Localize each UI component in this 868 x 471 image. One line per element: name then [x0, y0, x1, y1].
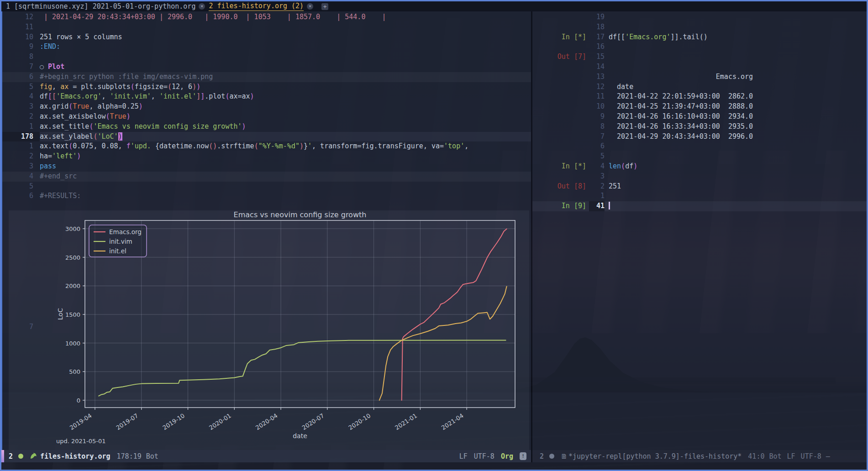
buffer-line[interactable]: 18 — [532, 22, 867, 32]
buffer-name: files-history.org — [40, 452, 110, 461]
tab-org-python[interactable]: 1 [sqrtminusone.xyz] 2021-05-01-org-pyth… — [5, 1, 208, 11]
buffer-line[interactable]: 14 — [532, 62, 867, 72]
buffer-line[interactable]: 16 — [532, 42, 867, 52]
line-number: 13 — [589, 72, 605, 82]
text-cursor — [609, 202, 610, 209]
buffer-line[interactable]: 3pass — [2, 162, 531, 172]
svg-text:date: date — [293, 432, 307, 440]
line-text: 251 — [609, 182, 621, 192]
buffer-line[interactable]: 12 date — [532, 82, 867, 92]
buffer-line[interactable]: 5fig, ax = plt.subplots(figsize=(12, 6)) — [2, 82, 531, 92]
modeline-left[interactable]: 2 files-history.org 178:19 Bot LF UTF-8 … — [1, 450, 531, 462]
line-number: 4 — [2, 92, 40, 102]
buffer-line[interactable]: 4#+end_src — [2, 172, 531, 182]
svg-text:2020-07: 2020-07 — [301, 412, 326, 431]
buffer-line[interactable]: 7○ Plot — [2, 62, 531, 72]
repl-prompt-margin — [532, 72, 589, 82]
notifications-icon[interactable]: ! — [520, 452, 526, 460]
line-number: 41 — [589, 201, 605, 211]
buffer-line[interactable]: 1 — [532, 191, 867, 201]
buffer-line[interactable]: In [9]41 — [532, 201, 867, 211]
modeline-right[interactable]: 2 🗎 *jupyter-repl[python 3.7.9]-files-hi… — [532, 450, 867, 462]
line-number: 14 — [589, 62, 605, 72]
repl-buffer-area[interactable]: 1918In [*]17df[['Emacs.org']].tail()16Ou… — [532, 11, 867, 450]
buffer-line[interactable]: 1ax.set_title('Emacs vs neovim config si… — [2, 122, 531, 132]
repl-prompt-label: In [*] — [532, 162, 589, 172]
line-number: 10 — [2, 32, 40, 42]
line-number: 19 — [589, 12, 605, 22]
buffer-line[interactable]: 6#+begin_src python :file img/emacs-vim.… — [2, 72, 531, 82]
tab-close-icon[interactable]: × — [199, 3, 205, 10]
repl-prompt-margin — [532, 122, 589, 132]
line-number: 12 — [2, 12, 40, 22]
buffer-line[interactable]: 9:END: — [2, 42, 531, 52]
line-text: #+end_src — [40, 172, 77, 182]
line-number: 5 — [2, 182, 40, 192]
buffer-line[interactable]: 11 2021-04-22 22:01:59+03:00 2862.0 — [532, 92, 867, 102]
line-number: 6 — [2, 191, 40, 201]
svg-text:2021-04: 2021-04 — [440, 412, 465, 431]
window-area: 12 | 2021-04-29 20:43:34+03:00 | 2996.0 … — [1, 11, 867, 462]
new-tab-button[interactable]: + — [321, 3, 328, 10]
svg-text:0: 0 — [77, 397, 80, 404]
org-buffer-area[interactable]: 12 | 2021-04-29 20:43:34+03:00 | 2996.0 … — [1, 11, 531, 450]
buffer-line[interactable]: 2ha='left') — [2, 152, 531, 162]
buffer-line[interactable]: 3 — [532, 172, 867, 182]
buffer-line[interactable]: In [*]4len(df) — [532, 162, 867, 172]
line-number: 1 — [2, 141, 40, 152]
buffer-line[interactable]: 12 | 2021-04-29 20:43:34+03:00 | 2996.0 … — [2, 12, 531, 22]
echo-area[interactable] — [1, 462, 867, 470]
svg-text:2020-04: 2020-04 — [254, 412, 279, 431]
buffer-line[interactable]: Out [8]2251 — [532, 182, 867, 192]
line-number: 178 — [2, 132, 40, 142]
tab-close-icon[interactable]: × — [307, 3, 313, 10]
repl-prompt-margin — [532, 102, 589, 112]
buffer-line[interactable]: 19 — [532, 12, 867, 22]
modeline-accent-bar — [1, 450, 4, 462]
tab-label: 1 [sqrtminusone.xyz] 2021-05-01-org-pyth… — [6, 2, 195, 10]
buffer-line[interactable]: 5 — [532, 152, 867, 162]
repl-buffer-text[interactable]: 1918In [*]17df[['Emacs.org']].tail()16Ou… — [532, 11, 867, 450]
line-text: Emacs.org — [609, 72, 753, 82]
line-number: 4 — [2, 172, 40, 182]
line-text: df[['Emacs.org']].tail() — [609, 32, 708, 42]
buffer-line[interactable]: 8 — [2, 52, 531, 62]
repl-prompt-margin — [532, 112, 589, 122]
line-text: ax.set_ylabel('LoC') — [40, 132, 122, 142]
buffer-line[interactable]: 10251 rows × 5 columns — [2, 32, 531, 42]
buffer-line[interactable]: Out [7]15 — [532, 52, 867, 62]
buffer-line[interactable]: 5 — [2, 182, 531, 192]
line-text: 2021-04-22 22:01:59+03:00 2862.0 — [609, 92, 753, 102]
repl-prompt-margin — [532, 191, 589, 201]
buffer-line[interactable]: 10 2021-04-25 21:39:47+03:00 2888.0 — [532, 102, 867, 112]
repl-prompt-margin — [532, 42, 589, 52]
buffer-line[interactable]: 6#+RESULTS: — [2, 191, 531, 201]
emacs-frame: 1 [sqrtminusone.xyz] 2021-05-01-org-pyth… — [0, 0, 868, 471]
buffer-line[interactable]: In [*]17df[['Emacs.org']].tail() — [532, 32, 867, 42]
buffer-line[interactable]: 6 — [532, 141, 867, 152]
buffer-state-icon — [18, 454, 23, 459]
tab-files-history[interactable]: 2 files-history.org (2) × — [208, 1, 316, 11]
buffer-line[interactable]: 178ax.set_ylabel('LoC') — [2, 132, 531, 142]
buffer-line[interactable]: 7 2021-04-29 20:43:34+03:00 2996.0 — [532, 132, 867, 142]
line-number: 17 — [589, 32, 605, 42]
line-text: df[['Emacs.org', 'init.vim', 'init.el']]… — [40, 92, 254, 102]
line-number: 3 — [2, 102, 40, 112]
buffer-line[interactable]: 4df[['Emacs.org', 'init.vim', 'init.el']… — [2, 92, 531, 102]
buffer-line[interactable]: 9 2021-04-26 16:16:10+03:00 2934.0 — [532, 112, 867, 122]
buffer-line[interactable]: 11 — [2, 22, 531, 32]
line-text: ax.text(0.075, 0.08, f'upd. {datetime.no… — [40, 141, 468, 152]
buffer-line[interactable]: 3ax.grid(True, alpha=0.25) — [2, 102, 531, 112]
buffer-line[interactable]: 2ax.set_axisbelow(True) — [2, 112, 531, 122]
buffer-line[interactable]: 1ax.text(0.075, 0.08, f'upd. {datetime.n… — [2, 141, 531, 152]
buffer-line[interactable]: 13 Emacs.org — [532, 72, 867, 82]
svg-text:2019-07: 2019-07 — [115, 412, 140, 431]
matplotlib-figure: 7 2019-042019-072019-102020-012020-04202… — [9, 210, 529, 450]
line-text: :END: — [40, 42, 60, 52]
major-mode[interactable]: Org — [501, 452, 513, 461]
scroll-position: Bot — [146, 452, 158, 461]
modeline-trailing: – — [826, 452, 830, 461]
buffer-line[interactable]: 8 2021-04-26 16:33:34+03:00 2935.0 — [532, 122, 867, 132]
svg-text:2020-10: 2020-10 — [347, 412, 372, 431]
line-text: pass — [40, 162, 56, 172]
